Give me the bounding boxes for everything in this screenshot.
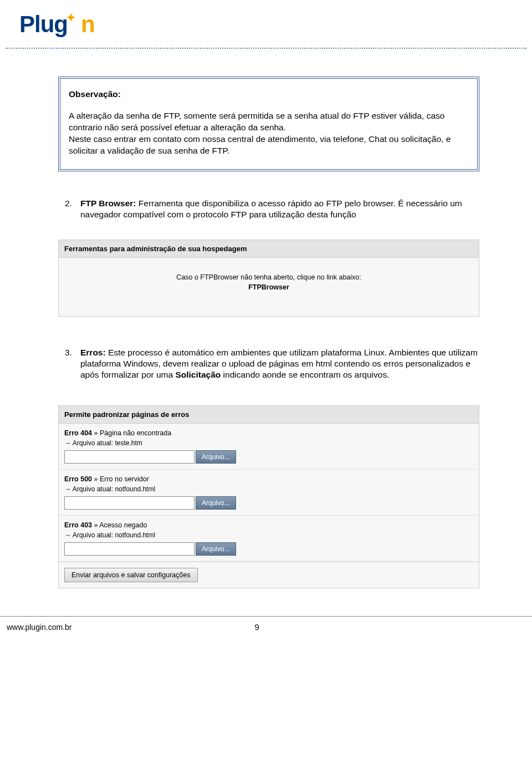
arrow-icon: → Arquivo atual: xyxy=(64,485,115,493)
divider-top xyxy=(6,48,526,49)
submit-row: Enviar arquivos e salvar configurações xyxy=(59,562,479,588)
star-icon: ✦ xyxy=(65,10,76,26)
observation-heading: Observação: xyxy=(69,89,467,100)
observation-para-2: Neste caso entrar em contato com nossa c… xyxy=(69,134,467,157)
logo-text-in: n xyxy=(81,11,95,38)
solicitacao-bold: Solicitação xyxy=(175,370,221,379)
item-number: 3. xyxy=(65,347,80,358)
current-file: teste.htm xyxy=(115,439,142,447)
errors-widget-title: Permite padronizar páginas de erros xyxy=(59,406,479,424)
error-row-500: Erro 500 » Erro no servidor → Arquivo at… xyxy=(59,470,479,516)
logo-text-plug: Plug xyxy=(19,11,68,38)
errors-widget: Permite padronizar páginas de erros Erro… xyxy=(58,405,479,588)
error-row-403: Erro 403 » Acesso negado → Arquivo atual… xyxy=(59,516,479,562)
list-item-3: 3.Erros: Este processo é automático em a… xyxy=(58,347,479,380)
error-code: Erro 403 xyxy=(64,521,92,529)
file-input-500[interactable] xyxy=(64,496,195,510)
observation-para-1: A alteração da senha de FTP, somente ser… xyxy=(69,110,467,134)
ftpbrowser-link[interactable]: FTPBrowser xyxy=(64,283,473,291)
ftp-widget-instruction: Caso o FTPBrowser não tenha aberto, cliq… xyxy=(64,273,473,281)
error-desc: Erro no servidor xyxy=(100,475,149,483)
error-code: Erro 404 xyxy=(64,429,92,437)
logo-container: Plug ✦ n xyxy=(0,6,532,38)
footer: www.plugin.com.br 9 xyxy=(0,616,532,632)
errors-text-2: indicando aonde se encontram os arquivos… xyxy=(221,370,389,379)
errors-label: Erros: xyxy=(80,348,106,357)
file-button-403[interactable]: Arquivo... xyxy=(196,542,236,556)
ftp-widget: Ferramentas para administração de sua ho… xyxy=(58,240,479,317)
file-input-404[interactable] xyxy=(64,450,195,464)
file-input-403[interactable] xyxy=(64,542,195,556)
error-desc: Página não encontrada xyxy=(100,429,171,437)
current-file: notfound.html xyxy=(115,531,155,539)
observation-box: Observação: A alteração da senha de FTP,… xyxy=(58,77,479,171)
item-number: 2. xyxy=(65,198,80,209)
error-code: Erro 500 xyxy=(64,475,92,483)
footer-url: www.plugin.com.br xyxy=(7,623,72,632)
list-item-2: 2.FTP Browser: Ferramenta que disponibil… xyxy=(58,198,479,220)
page-number: 9 xyxy=(255,622,259,632)
ftp-browser-text: Ferramenta que disponibiliza o acesso rá… xyxy=(80,199,462,219)
submit-button[interactable]: Enviar arquivos e salvar configurações xyxy=(64,568,198,582)
ftp-widget-title: Ferramentas para administração de sua ho… xyxy=(59,240,479,258)
current-file: notfound.html xyxy=(115,485,155,493)
ftp-browser-label: FTP Browser: xyxy=(80,199,136,208)
arrow-icon: → Arquivo atual: xyxy=(64,531,115,539)
file-button-500[interactable]: Arquivo... xyxy=(196,496,236,510)
error-row-404: Erro 404 » Página não encontrada → Arqui… xyxy=(59,424,479,470)
error-desc: Acesso negado xyxy=(99,521,147,529)
arrow-icon: → Arquivo atual: xyxy=(64,439,115,447)
file-button-404[interactable]: Arquivo... xyxy=(196,450,236,464)
